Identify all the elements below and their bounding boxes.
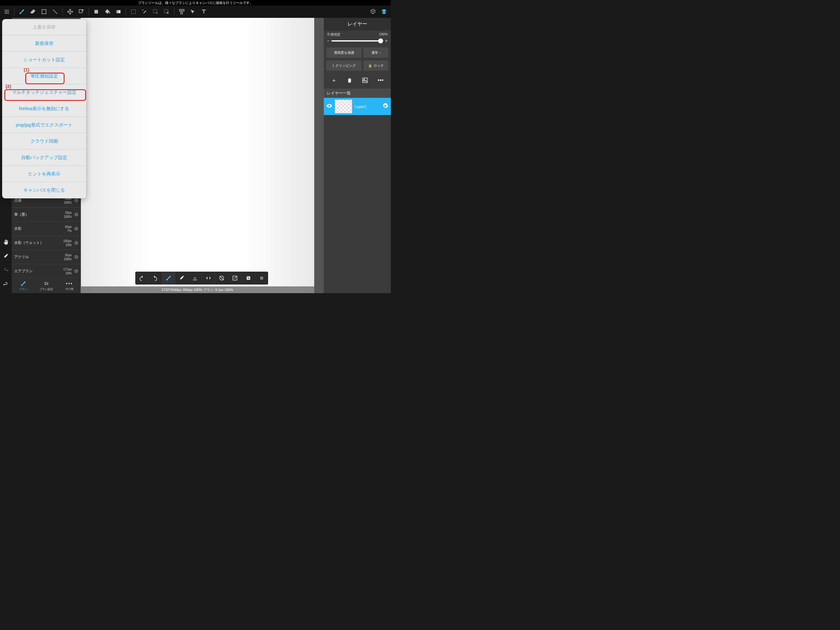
clip-icon: ⤵ [332, 64, 334, 67]
svg-point-26 [261, 277, 262, 277]
separator [174, 8, 174, 16]
layer-list-header: レイヤー一覧 [324, 89, 391, 98]
move-tool-icon[interactable] [65, 6, 76, 17]
brush-preset-row[interactable]: アクリル50px100%⚙ [12, 250, 81, 264]
layer-name: Layer1 [355, 104, 380, 109]
menu-item-4[interactable]: マルチタッチジェスチャー設定 [2, 84, 86, 101]
flip-icon[interactable] [202, 272, 215, 285]
menu-item-7[interactable]: クラウド同期 [2, 133, 86, 149]
layers-panel: レイヤー 不透明度 100% − + 透明度を保護 通常› ⤵クリッピング 🔒ロ… [324, 18, 391, 293]
svg-point-17 [47, 283, 47, 284]
brush-panel-tabs: ブラシ ブラシ設定 •••その他 [12, 279, 81, 293]
layer-settings-icon[interactable] [382, 103, 388, 111]
opacity-slider[interactable]: − + [324, 38, 391, 46]
brush-values: 50px100% [64, 253, 72, 261]
rotate-off-icon[interactable] [215, 272, 229, 285]
brush-tool-icon[interactable] [16, 6, 27, 17]
layers-icon[interactable] [379, 6, 390, 17]
cube-icon[interactable] [368, 6, 379, 17]
gear-icon[interactable]: ⚙ [74, 268, 78, 274]
brush-tab-settings[interactable]: ブラシ設定 [35, 279, 58, 293]
selector-tool-icon[interactable] [187, 6, 198, 17]
layer-image-button[interactable] [360, 76, 369, 85]
redo-icon[interactable] [2, 266, 10, 275]
brush-tab-brush[interactable]: ブラシ [12, 279, 35, 293]
svg-rect-19 [363, 78, 368, 83]
menu-item-2[interactable]: ショートカット設定 [2, 52, 86, 68]
add-layer-button[interactable]: ＋ [329, 76, 338, 85]
gradient-tool-icon[interactable] [113, 6, 124, 17]
gear-icon[interactable]: ⚙ [74, 254, 78, 260]
text-tool-icon[interactable] [198, 6, 209, 17]
gear-icon[interactable]: ⚙ [74, 240, 78, 246]
undo-icon[interactable] [2, 280, 10, 289]
layer-row[interactable]: Layer1 [324, 98, 391, 115]
dropper-quick-icon[interactable] [175, 272, 188, 285]
layers-panel-title: レイヤー [324, 18, 391, 30]
menu-item-8[interactable]: 自動バックアップ設定 [2, 149, 86, 166]
brush-tab-other[interactable]: •••その他 [58, 279, 81, 293]
fill-tool-icon[interactable] [91, 6, 102, 17]
brush-quick-icon[interactable] [162, 272, 175, 285]
brush-preset-row[interactable]: 水彩（ウェット）100px10%⚙ [12, 236, 81, 250]
svg-point-31 [260, 279, 261, 280]
separator [88, 8, 89, 16]
menu-item-10[interactable]: キャンバスを閉じる [2, 182, 86, 198]
dots-tool-icon[interactable] [49, 6, 61, 17]
chevron-right-icon: › [379, 51, 381, 54]
eraser-tool-icon[interactable] [27, 6, 38, 17]
menu-item-3[interactable]: 筆圧感知設定 [2, 68, 86, 84]
protect-transparency-button[interactable]: 透明度を保護 [326, 47, 362, 58]
redo-button[interactable] [148, 272, 162, 285]
svg-point-30 [262, 278, 263, 279]
brush-name: アクリル [14, 255, 29, 260]
svg-point-18 [45, 284, 46, 285]
canvas[interactable] [81, 18, 314, 293]
undo-button[interactable] [135, 272, 148, 285]
transform-tool-icon[interactable] [76, 6, 87, 17]
delete-layer-button[interactable] [345, 76, 354, 85]
svg-rect-3 [42, 9, 46, 14]
grip-icon[interactable] [255, 272, 268, 285]
menu-item-5[interactable]: Retina表示を無効にする [2, 101, 86, 117]
brush-name: エアブラシ [14, 269, 33, 274]
hand-tool-icon[interactable] [2, 238, 10, 246]
select-brush-icon[interactable] [150, 6, 161, 17]
select-eraser-icon[interactable] [161, 6, 172, 17]
brush-preset-row[interactable]: 筆（墨）18px100%⚙ [12, 207, 81, 222]
svg-rect-10 [131, 9, 135, 14]
menu-item-6[interactable]: png/jpg形式でエクスポート [2, 117, 86, 133]
slider-plus-icon[interactable]: + [385, 38, 388, 44]
menu-item-0: 上書き保存 [2, 19, 86, 35]
brush-values: 50px7% [65, 225, 72, 233]
status-bar: 2732*2048px 350dpi 100% ブラシ: 9.1px 100% [81, 287, 314, 293]
grid-tool-icon[interactable] [176, 6, 187, 17]
bucket-tool-icon[interactable] [102, 6, 113, 17]
brush-values: 18px100% [64, 211, 72, 219]
shape-tool-icon[interactable] [38, 6, 49, 17]
menu-item-9[interactable]: ヒントを再表示 [2, 166, 86, 182]
separator [126, 8, 126, 16]
visibility-icon[interactable] [326, 103, 332, 111]
lock-button[interactable]: 🔒ロック [363, 60, 388, 71]
select-rect-icon[interactable] [128, 6, 139, 17]
hamburger-menu-button[interactable] [1, 6, 12, 17]
save-quick-icon[interactable] [188, 272, 202, 285]
layer-more-button[interactable]: ••• [376, 76, 385, 85]
eyedropper-icon[interactable] [2, 252, 10, 261]
brush-preset-row[interactable]: エアブラシ171px10%⚙ [12, 264, 81, 279]
gear-icon[interactable]: ⚙ [74, 212, 78, 217]
magic-wand-icon[interactable] [139, 6, 150, 17]
svg-rect-8 [95, 10, 98, 14]
clear-icon[interactable] [229, 272, 242, 285]
lock-icon: 🔒 [368, 64, 373, 68]
menu-item-1[interactable]: 新規保存 [2, 35, 86, 52]
blend-mode-button[interactable]: 通常› [363, 47, 388, 58]
fullscreen-icon[interactable] [242, 272, 255, 285]
svg-rect-7 [79, 9, 82, 13]
gear-icon[interactable]: ⚙ [74, 226, 78, 232]
brush-preset-row[interactable]: 水彩50px7%⚙ [12, 222, 81, 236]
slider-minus-icon[interactable]: − [327, 38, 330, 44]
brush-values: 171px10% [63, 268, 72, 275]
clipping-button[interactable]: ⤵クリッピング [326, 60, 362, 71]
